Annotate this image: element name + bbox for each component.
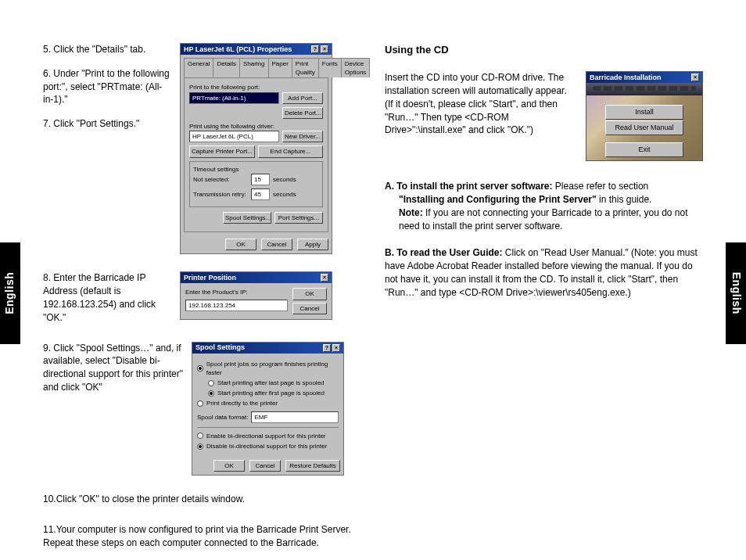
intro-block: Insert the CD into your CD-ROM drive. Th… [385, 71, 703, 161]
dialog1-tabs: General Details Sharing Paper Print Qual… [181, 55, 332, 77]
step-6: 6. Under "Print to the following port:",… [43, 67, 172, 106]
help-icon[interactable]: ? [323, 344, 331, 352]
tab-details[interactable]: Details [213, 58, 239, 77]
right-column: Using the CD Insert the CD into your CD-… [385, 43, 703, 560]
b-lead: B. To read the User Guide: [385, 247, 502, 258]
item-a: A. To install the print server software:… [385, 180, 703, 232]
tab-general[interactable]: General [184, 58, 213, 77]
tab-paper[interactable]: Paper [268, 58, 292, 77]
language-tab-right: English [726, 242, 746, 344]
dialog3-titlebar: Spool Settings ? × [192, 343, 343, 354]
end-capture-button[interactable]: End Capture... [258, 145, 323, 157]
port-label: Print to the following port: [189, 83, 323, 92]
dialog3-footer: OK Cancel Restore Defaults [192, 457, 343, 475]
a-lead: A. To install the print server software: [385, 181, 553, 192]
close-icon[interactable]: × [321, 274, 328, 282]
step-9-row: 9. Click "Spool Settings…" and, if avail… [43, 342, 361, 476]
restore-defaults-button[interactable]: Restore Defaults [285, 460, 340, 472]
steps-5-7-text: 5. Click the "Details" tab. 6. Under "Pr… [43, 43, 172, 131]
close-icon[interactable]: × [321, 45, 328, 53]
delete-port-button[interactable]: Delete Port... [282, 107, 323, 119]
spool-radio[interactable]: Spool print jobs so program finishes pri… [197, 360, 339, 377]
step-11-row: 11.Your computer is now configured to pr… [43, 523, 361, 550]
seconds-label: seconds [273, 175, 296, 184]
ip-input[interactable]: 192.168.123.254 [185, 300, 288, 311]
not-selected-input[interactable]: 15 [251, 174, 270, 185]
tab-fonts[interactable]: Fonts [318, 58, 342, 77]
page-body: 5. Click the "Details" tab. 6. Under "Pr… [43, 43, 703, 560]
tab-print-quality[interactable]: Print Quality [292, 58, 319, 77]
close-icon[interactable]: × [332, 344, 340, 352]
a-note: Note: [399, 207, 423, 218]
ip-label: Enter the Product's IP: [185, 288, 288, 296]
dialog2-titlebar: Printer Position × [181, 272, 332, 283]
driver-label: Print using the following driver: [189, 122, 323, 131]
cancel-button[interactable]: Cancel [292, 303, 327, 314]
disable-bidi-radio[interactable]: Disable bi-directional support for this … [197, 442, 339, 451]
dialog1-body: Print to the following port: PRTmate: (A… [184, 77, 328, 232]
port-select[interactable]: PRTmate: (All-in-1) [189, 92, 279, 104]
step-10-row: 10.Click "OK" to close the printer detai… [43, 493, 361, 506]
start-last-radio[interactable]: Start printing after last page is spoole… [208, 379, 339, 387]
a-bold: "Installing and Configuring the Print Se… [399, 194, 597, 205]
a-rest2: in this guide. [597, 194, 652, 205]
language-label: English [728, 272, 744, 314]
timeout-fieldset: Timeout settings Not selected: 15 second… [189, 161, 323, 208]
a-rest1: Please refer to section [553, 181, 649, 192]
left-column: 5. Click the "Details" tab. 6. Under "Pr… [43, 43, 361, 560]
driver-select[interactable]: HP LaserJet 6L (PCL) [189, 131, 279, 142]
help-icon[interactable]: ? [311, 45, 319, 53]
install-button[interactable]: Install [605, 105, 683, 120]
ok-button[interactable]: OK [292, 288, 327, 300]
router-graphic [586, 83, 702, 95]
dialog1-title: HP LaserJet 6L (PCL) Properties [184, 45, 292, 55]
port-settings-button[interactable]: Port Settings... [274, 212, 323, 224]
dialog2-body: Enter the Product's IP: 192.168.123.254 … [181, 283, 332, 318]
steps-5-7-row: 5. Click the "Details" tab. 6. Under "Pr… [43, 43, 361, 254]
installer-title: Barricade Installation [590, 73, 662, 83]
new-driver-button[interactable]: New Driver... [282, 131, 323, 142]
timeout-title: Timeout settings [193, 165, 319, 174]
ok-button[interactable]: OK [225, 239, 256, 250]
step-5: 5. Click the "Details" tab. [43, 43, 172, 56]
enable-bidi-radio[interactable]: Enable bi-directional support for this p… [197, 432, 339, 440]
tab-device-options[interactable]: Device Options [341, 58, 371, 77]
sdf-label: Spool data format: [197, 413, 248, 422]
step-10: 10.Click "OK" to close the printer detai… [43, 493, 361, 506]
item-b: B. To read the User Guide: Click on "Rea… [385, 246, 703, 299]
not-selected-label: Not selected: [193, 175, 248, 184]
dialog1-titlebar: HP LaserJet 6L (PCL) Properties ? × [181, 44, 332, 55]
capture-port-button[interactable]: Capture Printer Port... [189, 145, 255, 157]
cancel-button[interactable]: Cancel [261, 239, 292, 250]
print-direct-radio[interactable]: Print directly to the printer [197, 399, 339, 407]
transmission-input[interactable]: 45 [251, 188, 270, 200]
close-icon[interactable]: × [691, 74, 699, 81]
add-port-button[interactable]: Add Port... [282, 92, 323, 104]
step-9: 9. Click "Spool Settings…" and, if avail… [43, 342, 184, 394]
step-7: 7. Click "Port Settings." [43, 117, 172, 131]
print-direct-label: Print directly to the printer [206, 399, 278, 407]
start-last-label: Start printing after last page is spoole… [217, 379, 325, 387]
printer-position-dialog: Printer Position × Enter the Product's I… [180, 271, 332, 319]
installer-window: Barricade Installation × Install Read Us… [586, 71, 703, 161]
language-tab-left: English [0, 242, 20, 344]
start-first-radio[interactable]: Start printing after first page is spool… [208, 389, 339, 397]
spool-settings-button[interactable]: Spool Settings... [223, 212, 271, 224]
dialog1-footer: OK Cancel Apply [181, 235, 332, 253]
spool-settings-dialog: Spool Settings ? × Spool print jobs so p… [192, 342, 344, 476]
step-8-row: 8. Enter the Barricade IP Address (defau… [43, 271, 361, 324]
apply-button[interactable]: Apply [297, 239, 328, 250]
sdf-select[interactable]: EMF [251, 411, 339, 423]
ok-button[interactable]: OK [213, 460, 245, 472]
read-manual-button[interactable]: Read User Manual [605, 120, 683, 135]
transmission-label: Transmission retry: [193, 190, 248, 199]
step-8: 8. Enter the Barricade IP Address (defau… [43, 271, 172, 324]
dialog2-title: Printer Position [184, 273, 236, 283]
a-note-rest: If you are not connecting your Barricade… [399, 207, 688, 232]
seconds-label: seconds [273, 190, 296, 199]
cancel-button[interactable]: Cancel [249, 460, 281, 472]
tab-sharing[interactable]: Sharing [239, 58, 269, 77]
dialog3-body: Spool print jobs so program finishes pri… [192, 354, 343, 458]
exit-button[interactable]: Exit [605, 142, 683, 157]
step-11: 11.Your computer is now configured to pr… [43, 523, 361, 550]
